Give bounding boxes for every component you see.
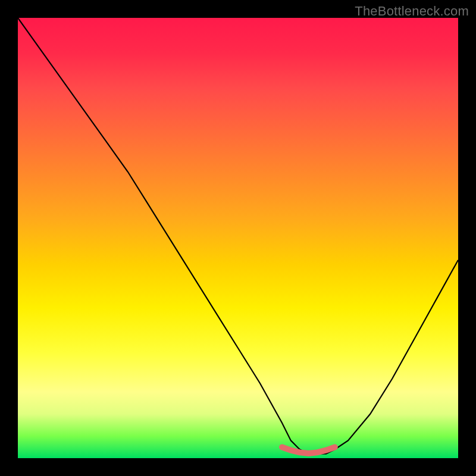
- chart-container: TheBottleneck.com: [0, 0, 476, 476]
- bottleneck-curve: [18, 18, 458, 454]
- curve-svg: [18, 18, 458, 458]
- highlight-band: [282, 447, 335, 453]
- watermark-text: TheBottleneck.com: [355, 4, 469, 19]
- plot-area: [18, 18, 458, 458]
